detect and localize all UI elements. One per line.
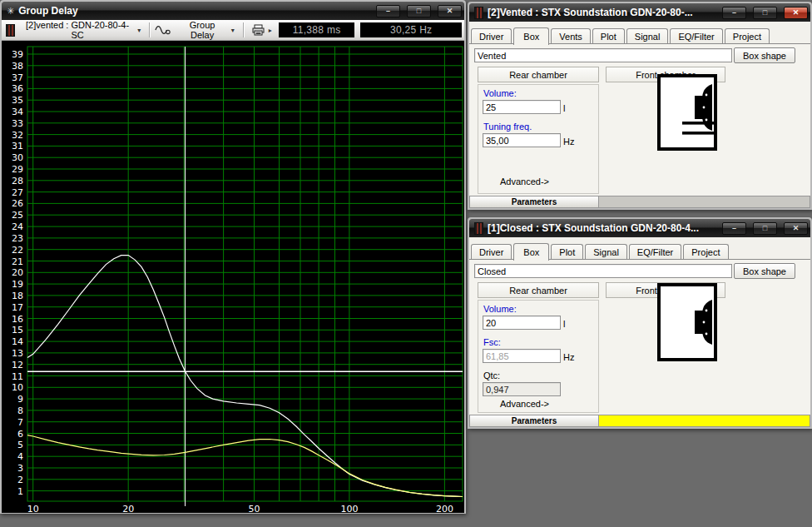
group-delay-plot-svg[interactable]: 1234567891011121314151617181920212223242… bbox=[2, 41, 464, 513]
tab-project[interactable]: Project bbox=[683, 244, 728, 260]
chevron-down-icon: ▾ bbox=[231, 27, 235, 34]
parameters-tab[interactable]: Parameters bbox=[469, 415, 599, 427]
svg-text:31: 31 bbox=[12, 141, 23, 152]
tab-eq-filter[interactable]: EQ/Filter bbox=[629, 244, 681, 260]
svg-text:20: 20 bbox=[12, 267, 23, 278]
tab-box[interactable]: Box bbox=[513, 243, 549, 261]
tab-driver[interactable]: Driver bbox=[471, 28, 512, 44]
port-wall-top bbox=[682, 122, 715, 125]
maximize-button[interactable]: □ bbox=[753, 7, 777, 19]
svg-text:33: 33 bbox=[12, 118, 23, 129]
closed-box-diagram bbox=[657, 283, 717, 361]
svg-text:8: 8 bbox=[17, 405, 23, 416]
closed-window-title: [1]Closed : STX Soundstation GDN-20-80-4… bbox=[488, 222, 715, 234]
tab-project[interactable]: Project bbox=[725, 28, 770, 44]
vented-window-title: [2]Vented : STX Soundstation GDN-20-80-.… bbox=[488, 7, 715, 18]
svg-text:2: 2 bbox=[17, 475, 23, 485]
volume-input[interactable] bbox=[483, 100, 561, 114]
advanced-link[interactable]: Advanced-> bbox=[500, 176, 549, 186]
tab-signal[interactable]: Signal bbox=[626, 28, 669, 44]
box-name-input[interactable] bbox=[474, 264, 732, 278]
minimize-button[interactable]: – bbox=[722, 7, 746, 19]
closed-tab-bar: Driver Box Plot Signal EQ/Filter Project bbox=[469, 237, 810, 260]
tab-box[interactable]: Box bbox=[513, 27, 549, 45]
rear-chamber-button[interactable]: Rear chamber bbox=[478, 67, 599, 82]
box-shape-button[interactable]: Box shape bbox=[734, 47, 795, 63]
project-selector-dropdown[interactable]: [2]vented : GDN-20-80-4-SC ▾ bbox=[18, 18, 144, 42]
plot-type-value: Group Delay bbox=[177, 20, 226, 40]
tab-vents[interactable]: Vents bbox=[551, 28, 591, 44]
svg-text:7: 7 bbox=[17, 417, 23, 428]
qtc-input bbox=[483, 382, 561, 396]
svg-text:28: 28 bbox=[12, 176, 23, 186]
svg-text:26: 26 bbox=[12, 198, 23, 209]
plot-toolbar: [2]vented : GDN-20-80-4-SC ▾ Group Delay… bbox=[2, 20, 464, 41]
group-delay-chart[interactable]: 1234567891011121314151617181920212223242… bbox=[2, 41, 464, 513]
group-delay-titlebar[interactable]: ✳ Group Delay – □ ✕ bbox=[2, 2, 464, 20]
chevron-down-icon: ▾ bbox=[137, 27, 141, 34]
svg-text:100: 100 bbox=[340, 504, 358, 513]
svg-text:3: 3 bbox=[17, 463, 23, 474]
volume-label: Volume: bbox=[483, 88, 517, 98]
vented-tab-bar: Driver Box Vents Plot Signal EQ/Filter P… bbox=[469, 22, 810, 44]
maximize-button[interactable]: □ bbox=[407, 5, 431, 17]
svg-text:20: 20 bbox=[122, 504, 134, 513]
svg-text:23: 23 bbox=[12, 233, 23, 244]
vented-parameters-bar: Parameters bbox=[469, 196, 810, 208]
svg-text:35: 35 bbox=[12, 95, 23, 106]
closed-titlebar[interactable]: [1]Closed : STX Soundstation GDN-20-80-4… bbox=[469, 219, 810, 237]
tuning-freq-input[interactable] bbox=[483, 133, 561, 147]
cursor-frequency-readout: 30,25 Hz bbox=[360, 22, 462, 37]
advanced-link[interactable]: Advanced-> bbox=[500, 399, 549, 409]
svg-text:9: 9 bbox=[17, 394, 23, 405]
svg-text:19: 19 bbox=[12, 279, 23, 290]
svg-text:38: 38 bbox=[12, 61, 23, 72]
svg-text:14: 14 bbox=[12, 336, 23, 347]
box-name-input[interactable] bbox=[474, 48, 732, 62]
svg-text:50: 50 bbox=[249, 504, 260, 513]
svg-text:15: 15 bbox=[12, 325, 23, 336]
rear-chamber-panel: Volume: l Fsc: Hz Qtc: Advanced-> bbox=[478, 300, 599, 413]
waveform-icon bbox=[155, 24, 171, 36]
svg-text:32: 32 bbox=[12, 130, 23, 141]
toolbar-separator bbox=[243, 22, 244, 37]
vented-titlebar[interactable]: [2]Vented : STX Soundstation GDN-20-80-.… bbox=[469, 3, 810, 22]
close-button[interactable]: ✕ bbox=[784, 222, 808, 235]
fsc-input bbox=[483, 349, 561, 363]
driver-magnet-shape bbox=[695, 96, 704, 119]
rear-chamber-button[interactable]: Rear chamber bbox=[478, 282, 599, 298]
svg-text:6: 6 bbox=[17, 429, 23, 440]
printer-icon bbox=[252, 24, 265, 36]
svg-text:4: 4 bbox=[17, 451, 23, 462]
fsc-label: Fsc: bbox=[483, 337, 501, 347]
tab-plot[interactable]: Plot bbox=[592, 28, 625, 44]
box-shape-button[interactable]: Box shape bbox=[734, 263, 795, 279]
project-doc-icon bbox=[474, 7, 483, 19]
tab-signal[interactable]: Signal bbox=[585, 244, 627, 260]
minimize-button[interactable]: – bbox=[722, 222, 746, 235]
maximize-button[interactable]: □ bbox=[753, 222, 777, 235]
close-button[interactable]: ✕ bbox=[784, 7, 808, 19]
svg-text:34: 34 bbox=[12, 107, 23, 117]
tab-plot[interactable]: Plot bbox=[551, 244, 583, 260]
driver-magnet-shape bbox=[695, 311, 704, 334]
tuning-freq-unit: Hz bbox=[563, 137, 574, 147]
vented-box-diagram bbox=[657, 74, 717, 151]
plot-type-dropdown[interactable]: Group Delay ▾ bbox=[174, 18, 237, 42]
close-button[interactable]: ✕ bbox=[438, 5, 462, 17]
toolbar-separator bbox=[149, 22, 150, 37]
svg-text:200: 200 bbox=[436, 504, 453, 513]
minimize-button[interactable]: – bbox=[376, 5, 400, 17]
print-button[interactable]: ▸ bbox=[249, 22, 275, 37]
tab-driver[interactable]: Driver bbox=[471, 244, 512, 260]
tab-eq-filter[interactable]: EQ/Filter bbox=[670, 28, 722, 44]
parameters-tab[interactable]: Parameters bbox=[469, 196, 599, 208]
expand-right-icon: ▸ bbox=[269, 27, 272, 34]
cursor-delay-readout: 11,388 ms bbox=[279, 22, 355, 37]
volume-unit: l bbox=[563, 319, 565, 329]
closed-box-window: [1]Closed : STX Soundstation GDN-20-80-4… bbox=[468, 217, 812, 429]
svg-text:21: 21 bbox=[12, 256, 23, 267]
volume-input[interactable] bbox=[483, 316, 561, 330]
tuning-freq-label: Tuning freq. bbox=[483, 122, 532, 132]
fsc-unit: Hz bbox=[563, 352, 574, 362]
